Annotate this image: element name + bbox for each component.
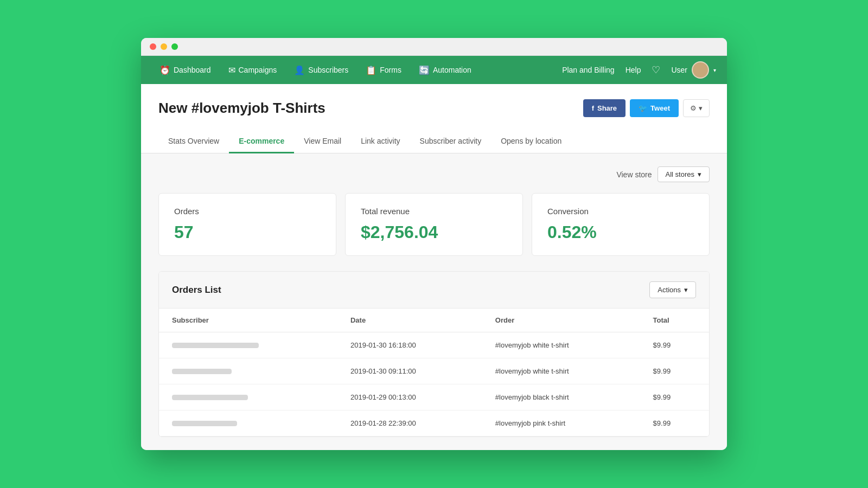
stats-cards: Orders 57 Total revenue $2,756.04 Conver… [158,193,710,256]
user-label: User [671,66,687,74]
actions-chevron-icon: ▾ [684,286,688,294]
page-title: New #lovemyjob T-Shirts [158,100,326,117]
orders-label: Orders [174,207,321,216]
order-cell: #lovemyjob white t-shirt [482,358,640,384]
col-total: Total [640,309,709,332]
col-order: Order [482,309,640,332]
navigation: ⏰ Dashboard ✉ Campaigns 👤 Subscribers 📋 … [141,56,727,84]
total-cell: $9.99 [640,332,709,358]
share-button[interactable]: f Share [583,99,626,117]
page-header: New #lovemyjob T-Shirts f Share 🐦 Tweet … [158,99,710,117]
conversion-label: Conversion [547,207,694,216]
tab-stats-overview[interactable]: Stats Overview [158,130,229,153]
tabs: Stats Overview E-commerce View Email Lin… [141,130,727,153]
view-store-label: View store [616,170,652,179]
order-cell: #lovemyjob pink t-shirt [482,410,640,436]
nav-campaigns-label: Campaigns [239,66,277,74]
header-actions: f Share 🐦 Tweet ⚙ ▾ [583,99,710,117]
col-date: Date [337,309,482,332]
date-cell: 2019-01-28 22:39:00 [337,410,482,436]
nav-dashboard-label: Dashboard [174,66,211,74]
date-cell: 2019-01-30 16:18:00 [337,332,482,358]
nav-left: ⏰ Dashboard ✉ Campaigns 👤 Subscribers 📋 … [152,56,562,84]
subscriber-cell [159,358,337,384]
twitter-icon: 🐦 [639,104,647,112]
table-row: 2019-01-30 16:18:00#lovemyjob white t-sh… [159,332,709,358]
tab-link-activity[interactable]: Link activity [351,130,410,153]
tab-ecommerce[interactable]: E-commerce [229,130,294,153]
settings-button[interactable]: ⚙ ▾ [683,99,710,117]
table-row: 2019-01-30 09:11:00#lovemyjob white t-sh… [159,358,709,384]
total-cell: $9.99 [640,384,709,410]
tweet-button[interactable]: 🐦 Tweet [630,99,679,117]
traffic-light-yellow[interactable] [161,43,167,50]
revenue-value: $2,756.04 [361,222,507,242]
nav-item-forms[interactable]: 📋 Forms [358,56,409,84]
table-row: 2019-01-29 00:13:00#lovemyjob black t-sh… [159,384,709,410]
subscribers-icon: 👤 [294,65,305,75]
actions-button[interactable]: Actions ▾ [649,281,696,298]
order-cell: #lovemyjob black t-shirt [482,384,640,410]
content-area: New #lovemyjob T-Shirts f Share 🐦 Tweet … [141,84,727,153]
tab-opens-by-location[interactable]: Opens by location [491,130,571,153]
avatar [692,61,709,79]
dashboard-icon: ⏰ [159,65,170,75]
campaigns-icon: ✉ [228,65,235,75]
user-menu[interactable]: User ▾ [671,61,716,79]
subscriber-cell [159,410,337,436]
all-stores-button[interactable]: All stores ▾ [658,166,710,182]
orders-value: 57 [174,222,321,242]
settings-chevron-icon: ▾ [699,104,703,112]
stat-card-revenue: Total revenue $2,756.04 [345,193,523,256]
col-subscriber: Subscriber [159,309,337,332]
tab-subscriber-activity[interactable]: Subscriber activity [410,130,492,153]
nav-subscribers-label: Subscribers [308,66,348,74]
traffic-light-green[interactable] [171,43,178,50]
date-cell: 2019-01-29 00:13:00 [337,384,482,410]
stat-card-orders: Orders 57 [158,193,336,256]
tab-view-email[interactable]: View Email [294,130,351,153]
orders-table: Subscriber Date Order Total 2019-01-30 1… [159,309,709,436]
conversion-value: 0.52% [547,222,694,242]
revenue-label: Total revenue [361,207,507,216]
forms-icon: 📋 [366,65,376,75]
favorites-icon[interactable]: ♡ [652,64,660,76]
orders-list-title: Orders List [172,285,221,296]
total-cell: $9.99 [640,358,709,384]
all-stores-chevron-icon: ▾ [698,170,701,178]
stat-card-conversion: Conversion 0.52% [532,193,710,256]
browser-window: ⏰ Dashboard ✉ Campaigns 👤 Subscribers 📋 … [141,38,727,450]
nav-item-subscribers[interactable]: 👤 Subscribers [286,56,356,84]
table-row: 2019-01-28 22:39:00#lovemyjob pink t-shi… [159,410,709,436]
facebook-icon: f [592,104,594,112]
nav-item-dashboard[interactable]: ⏰ Dashboard [152,56,219,84]
traffic-light-red[interactable] [150,43,156,50]
nav-item-automation[interactable]: 🔄 Automation [411,56,479,84]
subscriber-cell [159,332,337,358]
nav-item-campaigns[interactable]: ✉ Campaigns [221,56,285,84]
plan-billing-link[interactable]: Plan and Billing [562,66,615,74]
nav-right: Plan and Billing Help ♡ User ▾ [562,61,716,79]
nav-forms-label: Forms [380,66,401,74]
gear-icon: ⚙ [690,104,697,112]
table-header-row: Subscriber Date Order Total [159,309,709,332]
orders-section: Orders List Actions ▾ Subscriber Date Or… [158,271,710,437]
order-cell: #lovemyjob white t-shirt [482,332,640,358]
total-cell: $9.99 [640,410,709,436]
automation-icon: 🔄 [419,65,430,75]
subscriber-cell [159,384,337,410]
nav-automation-label: Automation [433,66,471,74]
main-content: View store All stores ▾ Orders 57 Total … [141,153,727,450]
date-cell: 2019-01-30 09:11:00 [337,358,482,384]
view-store-row: View store All stores ▾ [158,166,710,182]
browser-titlebar [141,38,727,56]
user-chevron-icon: ▾ [713,67,716,73]
orders-header: Orders List Actions ▾ [159,272,709,309]
help-link[interactable]: Help [626,66,641,74]
